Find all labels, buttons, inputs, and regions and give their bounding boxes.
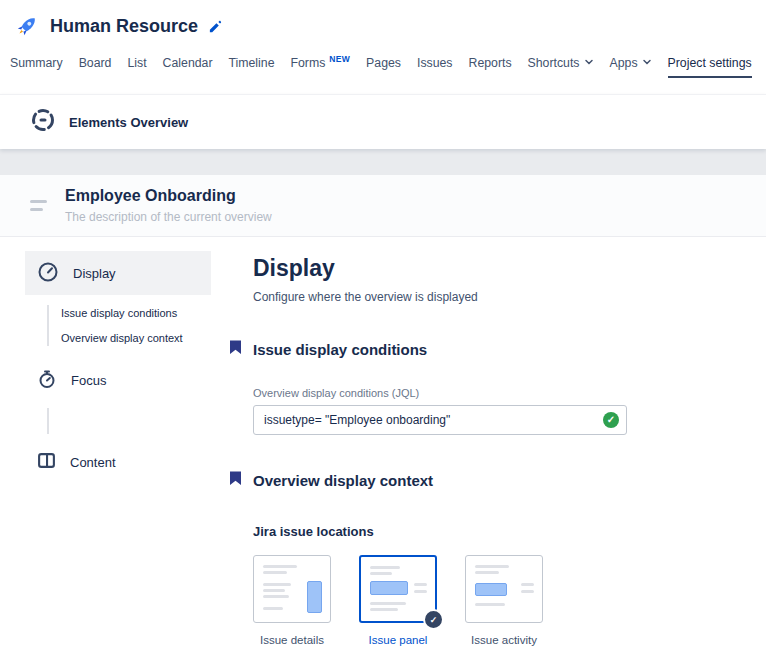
- content-area: Display Issue display conditions Overvie…: [0, 237, 766, 646]
- tree-connector: [47, 408, 49, 434]
- tab-pages[interactable]: Pages: [366, 56, 401, 78]
- tab-label: Calendar: [163, 56, 213, 70]
- overview-title: Employee Onboarding: [65, 187, 272, 205]
- sidebar-subitems-display: Issue display conditions Overview displa…: [47, 305, 211, 346]
- jira-issue-locations-label: Jira issue locations: [253, 524, 627, 539]
- tab-label: Reports: [469, 56, 512, 70]
- sidebar-item-display[interactable]: Display: [25, 251, 211, 295]
- sidebar-item-label: Display: [73, 266, 116, 281]
- timer-icon: [37, 369, 57, 392]
- location-card-issue-details[interactable]: Issue details: [253, 555, 331, 646]
- drag-handle-icon[interactable]: [30, 200, 47, 211]
- tab-label: Issues: [417, 56, 453, 70]
- location-card-issue-panel[interactable]: ✓ Issue panel: [359, 555, 437, 646]
- page: Human Resource Summary Board List Calend…: [0, 0, 766, 653]
- overview-subtitle: The description of the current overview: [65, 210, 272, 224]
- tab-label: Shortcuts: [528, 56, 580, 70]
- tab-label: List: [127, 56, 146, 70]
- tab-apps[interactable]: Apps: [610, 56, 652, 78]
- app-bar: Elements Overview: [0, 94, 766, 149]
- sidebar-item-content[interactable]: Content: [25, 440, 211, 484]
- tab-list[interactable]: List: [127, 56, 146, 78]
- issue-panel-wireframe: ✓: [359, 555, 437, 623]
- tab-calendar[interactable]: Calendar: [163, 56, 213, 78]
- jql-input[interactable]: [253, 405, 627, 435]
- elements-overview-logo: [30, 107, 56, 137]
- page-subtitle: Configure where the overview is displaye…: [253, 290, 627, 304]
- selected-check-badge: ✓: [423, 609, 444, 630]
- tab-label: Board: [79, 56, 112, 70]
- overview-header: Employee Onboarding The description of t…: [0, 175, 766, 237]
- location-label: Issue panel: [369, 634, 428, 646]
- issue-details-wireframe: [253, 555, 331, 623]
- separator-band: [0, 149, 766, 175]
- tab-shortcuts[interactable]: Shortcuts: [528, 56, 594, 78]
- sidebar-subitem-overview-display-context[interactable]: Overview display context: [61, 332, 211, 344]
- section-title: Issue display conditions: [253, 341, 427, 358]
- section-overview-display-context: Overview display context Jira issue loca…: [253, 471, 627, 646]
- new-badge: NEW: [329, 54, 350, 64]
- tab-project-settings[interactable]: Project settings: [668, 56, 752, 78]
- tab-timeline[interactable]: Timeline: [229, 56, 275, 78]
- jql-field-label: Overview display conditions (JQL): [253, 387, 627, 399]
- bookmark-icon: [229, 471, 242, 490]
- main-panel: Display Configure where the overview is …: [253, 251, 627, 646]
- tab-label: Forms: [291, 56, 326, 70]
- sidebar-item-label: Focus: [71, 373, 106, 388]
- project-header: Human Resource: [0, 0, 766, 44]
- edit-icon[interactable]: [208, 19, 223, 34]
- project-nav-tabs: Summary Board List Calendar Timeline For…: [0, 44, 766, 78]
- location-label: Issue details: [260, 634, 324, 646]
- tab-reports[interactable]: Reports: [469, 56, 512, 78]
- tab-label: Summary: [10, 56, 63, 70]
- tab-label: Project settings: [668, 56, 752, 70]
- tab-issues[interactable]: Issues: [417, 56, 453, 78]
- section-title: Overview display context: [253, 472, 433, 489]
- app-bar-title: Elements Overview: [69, 115, 188, 130]
- sidebar-subitem-issue-display-conditions[interactable]: Issue display conditions: [61, 307, 211, 319]
- tab-summary[interactable]: Summary: [10, 56, 63, 78]
- location-card-issue-activity[interactable]: Issue activity: [465, 555, 543, 646]
- tab-forms[interactable]: Forms NEW: [291, 56, 351, 78]
- chevron-down-icon: [642, 56, 652, 70]
- tab-label: Pages: [366, 56, 401, 70]
- tab-label: Timeline: [229, 56, 275, 70]
- settings-nav: Display Issue display conditions Overvie…: [25, 251, 211, 646]
- bookmark-icon: [229, 340, 242, 359]
- layout-icon: [37, 451, 56, 473]
- page-title: Display: [253, 255, 627, 282]
- rocket-icon: [14, 13, 40, 39]
- chevron-down-icon: [584, 56, 594, 70]
- sidebar-item-label: Content: [70, 455, 116, 470]
- tab-board[interactable]: Board: [79, 56, 112, 78]
- tab-label: Apps: [610, 56, 638, 70]
- valid-check-icon: ✓: [603, 412, 619, 428]
- gauge-icon: [37, 261, 59, 286]
- location-cards: Issue details ✓ Issu: [253, 555, 627, 646]
- project-title: Human Resource: [50, 16, 198, 37]
- issue-activity-wireframe: [465, 555, 543, 623]
- sidebar-item-focus[interactable]: Focus: [25, 358, 211, 402]
- location-label: Issue activity: [471, 634, 537, 646]
- section-issue-display-conditions: Issue display conditions Overview displa…: [253, 340, 627, 435]
